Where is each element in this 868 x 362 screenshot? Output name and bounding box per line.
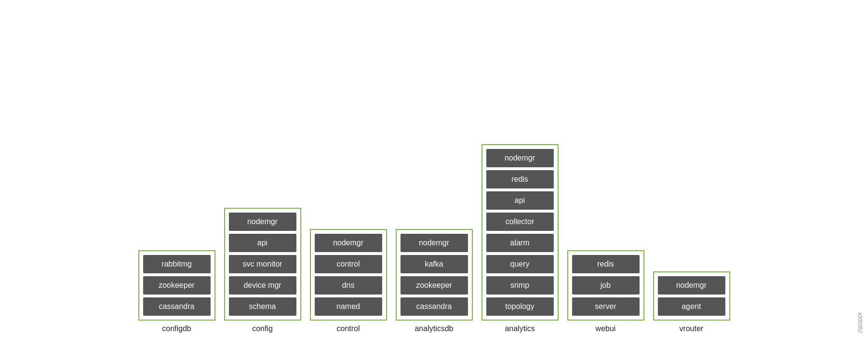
- watermark: a300352: [857, 312, 863, 333]
- service-item-vrouter-agent: agent: [658, 297, 725, 316]
- service-item-configdb-rabbitmg: rabbitmg: [143, 255, 211, 273]
- service-box-vrouter: nodemgragent: [653, 271, 730, 321]
- service-item-analytics-topology: topology: [486, 297, 554, 316]
- diagram-container: rabbitmgzookeepercassandraconfigdbnodemg…: [0, 0, 868, 362]
- service-item-control-control: control: [315, 255, 382, 273]
- service-item-webui-redis: redis: [572, 255, 640, 273]
- column-vrouter: nodemgragentvrouter: [653, 271, 730, 333]
- column-label-configdb: configdb: [162, 324, 191, 333]
- service-item-analyticsdb-cassandra: cassandra: [401, 297, 468, 316]
- service-item-analyticsdb-nodemgr: nodemgr: [401, 234, 468, 252]
- column-label-webui: webui: [596, 324, 616, 333]
- column-config: nodemgrapisvc monitordevice mgrschemacon…: [224, 208, 301, 333]
- service-item-webui-job: job: [572, 276, 640, 295]
- column-label-analytics: analytics: [505, 324, 534, 333]
- service-item-analyticsdb-zookeeper: zookeeper: [401, 276, 468, 295]
- service-item-config-device-mgr: device mgr: [229, 276, 296, 295]
- service-item-analyticsdb-kafka: kafka: [401, 255, 468, 273]
- column-label-control: control: [336, 324, 360, 333]
- service-item-control-nodemgr: nodemgr: [315, 234, 382, 252]
- service-item-analytics-nodemgr: nodemgr: [486, 149, 554, 167]
- column-label-config: config: [252, 324, 273, 333]
- service-item-config-svc-monitor: svc monitor: [229, 255, 296, 273]
- service-item-config-schema: schema: [229, 297, 296, 316]
- service-box-webui: redisjobserver: [567, 250, 644, 321]
- service-item-analytics-collector: collector: [486, 213, 554, 231]
- service-item-analytics-query: query: [486, 255, 554, 273]
- service-item-webui-server: server: [572, 297, 640, 316]
- service-box-config: nodemgrapisvc monitordevice mgrschema: [224, 208, 301, 321]
- column-label-vrouter: vrouter: [680, 324, 704, 333]
- column-analytics: nodemgrredisapicollectoralarmquerysnmpto…: [481, 144, 559, 333]
- service-box-configdb: rabbitmgzookeepercassandra: [138, 250, 215, 321]
- service-item-control-dns: dns: [315, 276, 382, 295]
- service-item-configdb-cassandra: cassandra: [143, 297, 211, 316]
- service-item-vrouter-nodemgr: nodemgr: [658, 276, 725, 295]
- service-item-configdb-zookeeper: zookeeper: [143, 276, 211, 295]
- service-item-analytics-api: api: [486, 191, 554, 210]
- service-item-control-named: named: [315, 297, 382, 316]
- service-item-analytics-snmp: snmp: [486, 276, 554, 295]
- service-box-analytics: nodemgrredisapicollectoralarmquerysnmpto…: [481, 144, 559, 321]
- column-configdb: rabbitmgzookeepercassandraconfigdb: [138, 250, 215, 333]
- service-item-analytics-alarm: alarm: [486, 234, 554, 252]
- service-box-analyticsdb: nodemgrkafkazookeepercassandra: [396, 229, 473, 321]
- service-item-config-nodemgr: nodemgr: [229, 213, 296, 231]
- column-webui: redisjobserverwebui: [567, 250, 644, 333]
- column-analyticsdb: nodemgrkafkazookeepercassandraanalyticsd…: [396, 229, 473, 333]
- service-item-analytics-redis: redis: [486, 170, 554, 188]
- column-label-analyticsdb: analyticsdb: [414, 324, 453, 333]
- service-item-config-api: api: [229, 234, 296, 252]
- column-control: nodemgrcontroldnsnamedcontrol: [310, 229, 387, 333]
- service-box-control: nodemgrcontroldnsnamed: [310, 229, 387, 321]
